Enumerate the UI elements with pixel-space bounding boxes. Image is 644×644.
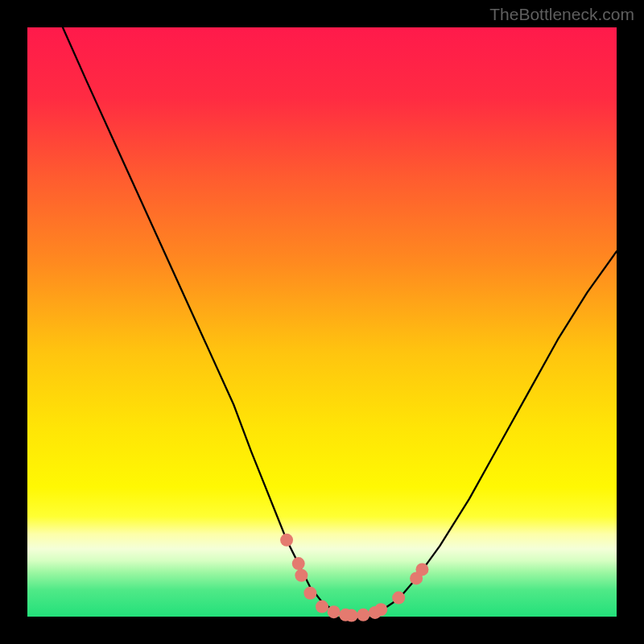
curve-marker [374, 603, 387, 616]
curve-marker [292, 557, 305, 570]
curve-layer [27, 27, 617, 617]
bottleneck-curve [63, 27, 617, 617]
watermark-text: TheBottleneck.com [489, 5, 634, 24]
plot-area [27, 27, 617, 617]
curve-marker [328, 605, 341, 618]
curve-marker [392, 592, 405, 605]
curve-marker [345, 609, 358, 622]
curve-marker [303, 587, 316, 600]
chart-frame: TheBottleneck.com [0, 0, 644, 644]
curve-marker [415, 563, 428, 576]
curve-marker [316, 601, 328, 613]
curve-marker [357, 609, 369, 621]
curve-marker [295, 569, 308, 582]
curve-marker [280, 534, 293, 547]
